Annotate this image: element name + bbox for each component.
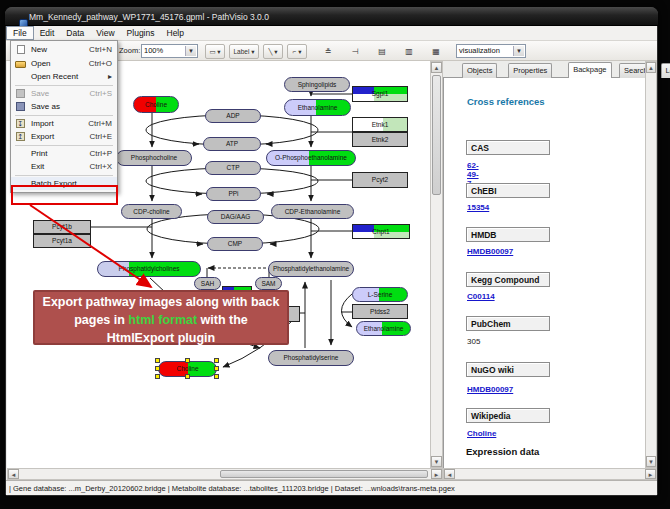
menubar-item-file[interactable]: File bbox=[6, 26, 34, 40]
node-o-phosphoethanolamine[interactable]: O-Phosphoethanolamine bbox=[266, 150, 356, 166]
datanode-tool-icon[interactable]: ▭ ▾ bbox=[205, 44, 225, 59]
selection-handle[interactable] bbox=[214, 358, 219, 363]
chevron-down-icon[interactable]: ▼ bbox=[185, 46, 196, 56]
menu-item-spacer bbox=[15, 72, 27, 81]
title-bar[interactable]: Mm_Kennedy_pathway_WP1771_45176.gpml - P… bbox=[5, 7, 658, 26]
scroll-right-icon[interactable]: ► bbox=[645, 469, 656, 479]
line-tool-icon[interactable]: ╲ ▾ bbox=[263, 44, 283, 59]
node-ethanolamine-bottom[interactable]: Ethanolamine bbox=[356, 321, 411, 336]
scroll-down-icon[interactable]: ▼ bbox=[431, 456, 442, 467]
file-menu-item-exit[interactable]: ExitCtrl+X bbox=[11, 160, 117, 174]
node-adp[interactable]: ADP bbox=[205, 109, 261, 123]
file-menu-item-new[interactable]: NewCtrl+N bbox=[11, 43, 117, 57]
scroll-up-icon[interactable]: ▲ bbox=[431, 62, 442, 73]
stack-horizontal-icon[interactable]: ▦ bbox=[427, 44, 445, 59]
align-center-icon[interactable]: ≗ bbox=[319, 44, 337, 59]
scroll-down-icon[interactable]: ▼ bbox=[646, 456, 656, 467]
menubar-item-help[interactable]: Help bbox=[161, 26, 190, 40]
backpage-section-chebi: ChEBI bbox=[466, 183, 550, 198]
node-etnk1[interactable]: Etnk1 bbox=[352, 117, 408, 132]
node-ethanolamine-top[interactable]: Ethanolamine bbox=[284, 99, 351, 116]
node-ctp[interactable]: CTP bbox=[205, 161, 261, 175]
distribute-horizontal-icon[interactable]: ▤ bbox=[373, 44, 391, 59]
selection-handle[interactable] bbox=[214, 366, 219, 371]
node-l-serine[interactable]: L-Serine bbox=[352, 287, 408, 302]
file-menu-item-open[interactable]: OpenCtrl+O bbox=[11, 57, 117, 71]
align-middle-icon[interactable]: ⊣ bbox=[346, 44, 364, 59]
menubar-item-edit[interactable]: Edit bbox=[34, 26, 61, 40]
label-tool-icon[interactable]: Label ▾ bbox=[229, 44, 259, 59]
file-menu-item-print[interactable]: PrintCtrl+P bbox=[11, 147, 117, 161]
node-phosphocholine[interactable]: Phosphocholine bbox=[116, 150, 192, 166]
node-sam[interactable]: SAM bbox=[255, 277, 282, 290]
file-menu-item-import[interactable]: ↧ImportCtrl+M bbox=[11, 117, 117, 131]
connector-tool-icon[interactable]: ⌐ ▾ bbox=[287, 44, 307, 59]
panel-vertical-scrollbar[interactable]: ▲ ▼ bbox=[645, 61, 657, 468]
selection-handle[interactable] bbox=[214, 374, 219, 379]
node-sah[interactable]: SAH bbox=[194, 277, 221, 290]
tab-backpage[interactable]: Backpage bbox=[568, 62, 611, 78]
backpage-link-hmdb[interactable]: HMDB00097 bbox=[467, 247, 513, 256]
selection-handle[interactable] bbox=[185, 358, 190, 363]
file-menu-item-batch-export[interactable]: Batch Export bbox=[11, 177, 117, 191]
panel-horizontal-scrollbar[interactable]: ◄ ► bbox=[443, 468, 657, 480]
visualization-combobox[interactable]: visualization ▼ bbox=[456, 44, 526, 58]
node-label: Sphingolipids bbox=[285, 81, 349, 88]
backpage-link-kegg-compound[interactable]: C00114 bbox=[467, 292, 495, 301]
scroll-left-icon[interactable]: ◄ bbox=[444, 469, 455, 479]
scrollbar-thumb[interactable] bbox=[220, 470, 428, 478]
backpage-link-nugo-wiki[interactable]: HMDB00097 bbox=[467, 385, 513, 394]
menubar-item-data[interactable]: Data bbox=[60, 26, 90, 40]
node-ptdss2[interactable]: Ptdss2 bbox=[352, 304, 408, 319]
node-pcyt1a[interactable]: Pcyt1a bbox=[33, 234, 91, 248]
node-chpt1[interactable]: Chpt1 bbox=[352, 224, 410, 239]
node-pcyt2[interactable]: Pcyt2 bbox=[352, 172, 408, 188]
backpage-link-chebi[interactable]: 15354 bbox=[467, 203, 489, 212]
tab-legend[interactable]: Legend bbox=[661, 63, 670, 78]
node-cmp[interactable]: CMP bbox=[207, 237, 263, 251]
scrollbar-thumb[interactable] bbox=[432, 75, 441, 195]
menu-item-spacer bbox=[15, 149, 27, 158]
file-menu-item-open-recent[interactable]: Open Recent▸ bbox=[11, 70, 117, 84]
node-pcyt1b[interactable]: Pcyt1b bbox=[33, 220, 91, 234]
scroll-left-icon[interactable]: ◄ bbox=[8, 469, 19, 479]
node-ppi[interactable]: PPi bbox=[206, 187, 261, 201]
node-sgpl1[interactable]: Sgpl1 bbox=[352, 86, 408, 102]
node-cdp-ethanolamine[interactable]: CDP-Ethanolamine bbox=[271, 204, 354, 219]
menubar-item-plugins[interactable]: Plugins bbox=[121, 26, 161, 40]
menu-item-shortcut: Ctrl+X bbox=[90, 162, 112, 171]
canvas-horizontal-scrollbar[interactable]: ◄ ► bbox=[7, 468, 443, 480]
chevron-down-icon[interactable]: ▼ bbox=[513, 46, 524, 56]
node-phosphatidylcholines[interactable]: Phosphatidylcholines bbox=[97, 261, 201, 277]
file-menu-item-save-as[interactable]: Save as bbox=[11, 100, 117, 114]
node-label: Ethanolamine bbox=[285, 104, 350, 111]
menubar-item-view[interactable]: View bbox=[90, 26, 120, 40]
node-atp[interactable]: ATP bbox=[203, 137, 261, 151]
node-label: Pcyt1b bbox=[34, 223, 90, 230]
selection-handle[interactable] bbox=[155, 358, 160, 363]
scroll-right-icon[interactable]: ► bbox=[431, 469, 442, 479]
selection-handle[interactable] bbox=[155, 374, 160, 379]
zoom-label: Zoom: bbox=[119, 46, 140, 55]
tab-objects[interactable]: Objects bbox=[462, 63, 497, 78]
file-menu-item-save[interactable]: SaveCtrl+S bbox=[11, 87, 117, 101]
menu-item-label: Open Recent bbox=[31, 72, 108, 81]
menu-item-label: Save as bbox=[31, 102, 112, 111]
file-menu-item-export[interactable]: ↥ExportCtrl+E bbox=[11, 130, 117, 144]
node-sphingolipids[interactable]: Sphingolipids bbox=[284, 77, 350, 92]
node-cdp-choline[interactable]: CDP-choline bbox=[121, 204, 182, 219]
node-phosphatidylserine[interactable]: Phosphatidylserine bbox=[268, 350, 354, 366]
selection-handle[interactable] bbox=[185, 374, 190, 379]
tab-properties[interactable]: Properties bbox=[508, 63, 552, 78]
node-phosphatidylethanolamine[interactable]: Phosphatidylethanolamine bbox=[268, 261, 354, 277]
selection-handle[interactable] bbox=[155, 366, 160, 371]
scroll-up-icon[interactable]: ▲ bbox=[646, 62, 656, 73]
node-etnk2[interactable]: Etnk2 bbox=[352, 132, 408, 147]
backpage-link-wikipedia[interactable]: Choline bbox=[467, 429, 496, 438]
node-choline-top[interactable]: Choline bbox=[133, 96, 179, 113]
canvas-vertical-scrollbar[interactable]: ▲ ▼ bbox=[430, 61, 443, 468]
backpage-value-pubchem: 305 bbox=[467, 337, 480, 346]
distribute-vertical-icon[interactable]: ▥ bbox=[400, 44, 418, 59]
node-dag-aag[interactable]: DAG/AAG bbox=[207, 210, 264, 224]
zoom-combobox[interactable]: 100% ▼ bbox=[141, 44, 198, 58]
